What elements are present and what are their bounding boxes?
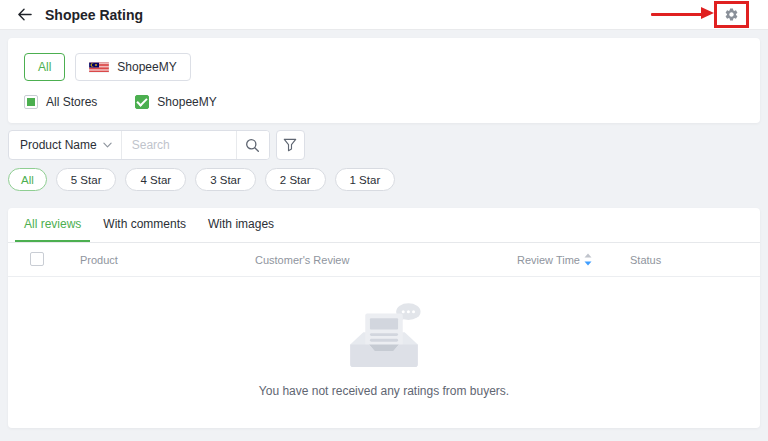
empty-state-message: You have not received any ratings from b… [8, 384, 760, 398]
page-title: Shopee Rating [45, 7, 143, 23]
column-product: Product [80, 243, 118, 276]
malaysia-flag-icon [89, 61, 109, 74]
star-filter-bar: All 5 Star 4 Star 3 Star 2 Star 1 Star [8, 168, 760, 191]
tab-all-reviews[interactable]: All reviews [15, 208, 90, 242]
all-stores-checkbox[interactable] [24, 95, 38, 109]
empty-state: You have not received any ratings from b… [8, 277, 760, 428]
tab-with-images[interactable]: With images [199, 208, 283, 242]
annotation-arrow-head [701, 7, 714, 19]
star-pill-1[interactable]: 1 Star [335, 168, 396, 191]
store-tab-all[interactable]: All [24, 53, 65, 81]
annotation-highlight-box [714, 1, 749, 28]
star-pill-2[interactable]: 2 Star [265, 168, 326, 191]
store-tab-shopeemy-label: ShopeeMY [117, 60, 176, 74]
search-button[interactable] [236, 131, 269, 159]
store-tabs: All ShopeeMY [24, 53, 744, 81]
star-pill-all[interactable]: All [8, 168, 47, 191]
search-category-dropdown[interactable]: Product Name [9, 131, 122, 159]
settings-gear-icon[interactable] [724, 7, 739, 22]
star-pill-5[interactable]: 5 Star [56, 168, 117, 191]
store-tab-shopeemy[interactable]: ShopeeMY [75, 53, 190, 81]
empty-inbox-illustration [339, 301, 429, 371]
arrow-left-icon [17, 7, 32, 22]
back-button[interactable] [17, 7, 32, 22]
shopee-rating-page: Shopee Rating All [0, 0, 768, 441]
select-all-checkbox[interactable] [30, 252, 44, 266]
column-review-time-label: Review Time [517, 254, 580, 266]
shopeemy-checkbox-row[interactable]: ShopeeMY [135, 95, 216, 109]
shopeemy-label: ShopeeMY [157, 95, 216, 109]
page-header: Shopee Rating [0, 0, 768, 30]
reviews-card: All reviews With comments With images Pr… [8, 208, 760, 428]
all-stores-checkbox-row[interactable]: All Stores [24, 95, 97, 109]
star-pill-4[interactable]: 4 Star [125, 168, 186, 191]
all-stores-label: All Stores [46, 95, 97, 109]
table-header: Product Customer's Review Review Time St… [8, 243, 760, 277]
store-filter-card: All ShopeeMY [8, 38, 760, 123]
tab-with-comments[interactable]: With comments [94, 208, 195, 242]
annotation-arrow-line [651, 13, 703, 16]
sort-arrows-icon [584, 253, 592, 266]
review-tabs: All reviews With comments With images [8, 208, 760, 243]
column-status: Status [630, 243, 661, 276]
funnel-icon [283, 138, 297, 152]
search-filter-bar: Product Name [8, 130, 760, 160]
filter-button[interactable] [276, 130, 305, 160]
search-icon [245, 138, 260, 153]
shopeemy-checkbox[interactable] [135, 95, 149, 109]
search-category-value: Product Name [20, 138, 97, 152]
store-checkboxes: All Stores ShopeeMY [24, 95, 744, 109]
column-review-time-sort[interactable]: Review Time [517, 243, 592, 276]
search-input[interactable] [122, 131, 236, 159]
column-customers-review: Customer's Review [255, 243, 349, 276]
star-pill-3[interactable]: 3 Star [195, 168, 256, 191]
search-group: Product Name [8, 130, 270, 160]
chevron-down-icon [103, 142, 112, 148]
